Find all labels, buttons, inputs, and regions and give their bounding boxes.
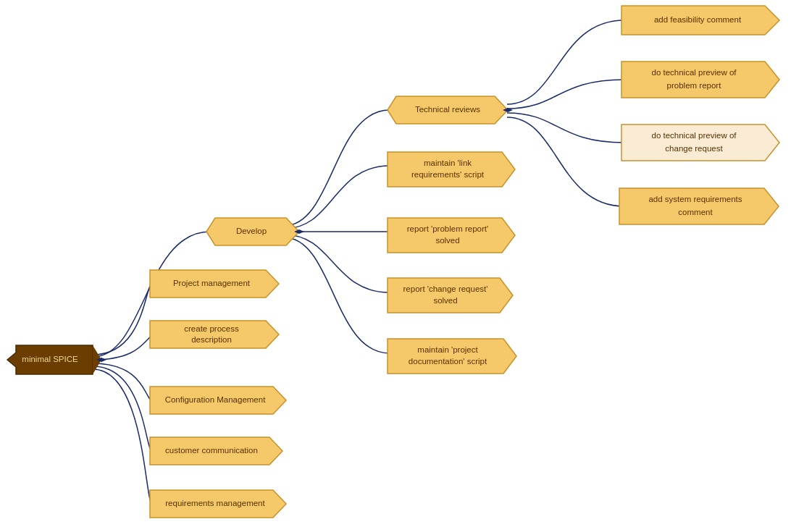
node-dtppr-label2: problem report — [667, 81, 722, 90]
node-asrc-label2: comment — [678, 208, 713, 216]
node-project-management[interactable]: Project management — [150, 270, 279, 298]
node-mlr-label1: maintain 'link — [424, 159, 472, 167]
node-develop-label: Develop — [236, 227, 267, 235]
node-maintain-link[interactable]: maintain 'link requirements' script — [388, 152, 515, 187]
node-create-process[interactable]: create process description — [150, 321, 279, 348]
node-mpd-label2: documentation' script — [409, 357, 487, 366]
node-develop[interactable]: Develop — [206, 218, 304, 245]
node-cpd-label2: description — [191, 335, 232, 344]
arrow-dtppr — [621, 62, 779, 98]
node-asrc-label1: add system requirements — [648, 195, 742, 203]
node-report-problem[interactable]: report 'problem report' solved — [388, 218, 515, 253]
node-cm-label: Configuration Management — [165, 395, 267, 404]
node-report-change[interactable]: report 'change request' solved — [388, 278, 513, 313]
node-rm-label: requirements management — [165, 499, 265, 507]
node-minimal-spice[interactable]: minimal SPICE — [7, 345, 106, 374]
edge-dev-mpd — [284, 237, 390, 353]
node-do-tech-preview-cr[interactable]: do technical preview of change request — [621, 125, 779, 161]
edge-tr-dtppr — [507, 80, 624, 109]
node-maintain-project[interactable]: maintain 'project documentation' script — [388, 339, 516, 374]
edge-ms-cm — [93, 363, 152, 400]
node-rpr-label1: report 'problem report' — [407, 224, 488, 233]
node-tr-label: Technical reviews — [415, 105, 480, 114]
node-rcr-label2: solved — [433, 296, 457, 305]
edge-ms-rm — [93, 369, 152, 504]
arrow-rpr — [388, 218, 515, 253]
arrow-mlr — [388, 152, 515, 187]
node-rpr-label2: solved — [435, 236, 459, 245]
node-cpd-label1: create process — [184, 324, 239, 333]
node-add-system-req[interactable]: add system requirements comment — [619, 188, 779, 224]
node-add-feasibility[interactable]: add feasibility comment — [621, 6, 779, 35]
node-rcr-label1: report 'change request' — [403, 284, 488, 293]
node-do-tech-preview-pr[interactable]: do technical preview of problem report — [621, 62, 779, 98]
node-dtpcr-label1: do technical preview of — [652, 131, 737, 140]
mind-map-diagram: minimal SPICE Project management create … — [0, 0, 812, 527]
node-dtpcr-label2: change request — [665, 144, 723, 153]
arrow-dtpcr — [621, 125, 779, 161]
node-mpd-label1: maintain 'project — [417, 345, 478, 354]
node-technical-reviews[interactable]: Technical reviews — [388, 96, 513, 124]
arrow-asrc — [619, 188, 779, 224]
node-cc-label: customer communication — [165, 446, 258, 455]
node-configuration[interactable]: Configuration Management — [150, 387, 286, 414]
edge-ms-cpd — [93, 334, 156, 360]
edge-ms-cc — [93, 366, 152, 451]
node-requirements-mgmt[interactable]: requirements management — [150, 490, 286, 518]
node-afc-label: add feasibility comment — [654, 15, 742, 24]
node-customer-comm[interactable]: customer communication — [150, 437, 282, 465]
arrow-mpd — [388, 339, 516, 374]
edge-tr-dtpcr — [507, 113, 624, 143]
node-minimal-spice-label: minimal SPICE — [22, 355, 78, 363]
node-mlr-label2: requirements' script — [411, 170, 485, 179]
edge-dev-mlr — [284, 166, 390, 229]
node-pm-label: Project management — [173, 279, 251, 287]
arrow-rcr — [388, 278, 513, 313]
edge-dev-rcr — [284, 235, 390, 292]
node-dtppr-label1: do technical preview of — [652, 68, 737, 77]
